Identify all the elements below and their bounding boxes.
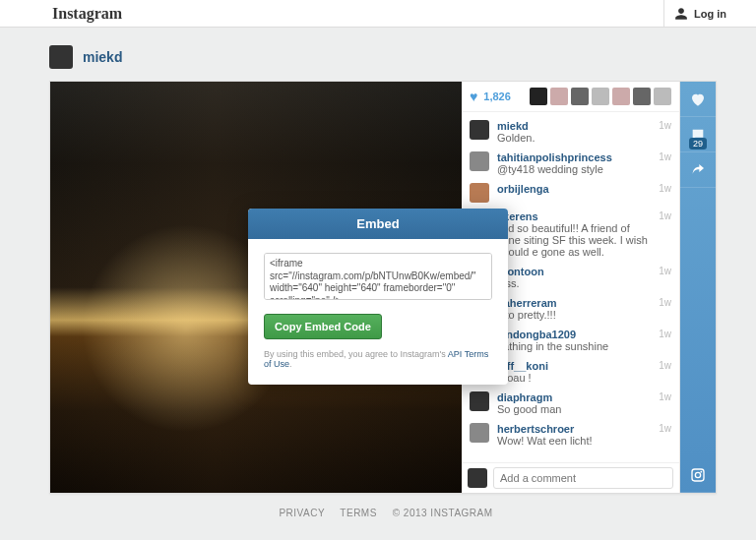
comment-body: So good man [497, 403, 653, 415]
action-rail: 29 [680, 82, 716, 493]
commenter-username[interactable]: miekd [497, 120, 529, 132]
embed-legal-text: By using this embed, you agree to Instag… [264, 349, 492, 369]
comment-body: @d so beautiful!! A friend of mine sitin… [497, 222, 653, 258]
comment-body: Wow! Wat een licht! [497, 435, 653, 447]
commenter-username[interactable]: herbertschroer [497, 423, 574, 435]
add-comment-row [462, 462, 679, 493]
comment-body: less. [497, 277, 653, 289]
svg-point-1 [695, 472, 700, 477]
comment-body: Golden. [497, 132, 653, 144]
comment-body: bathing in the sunshine [497, 340, 653, 352]
instagram-icon [690, 467, 706, 483]
self-avatar [468, 468, 487, 488]
embed-modal-title: Embed [248, 209, 508, 239]
share-button[interactable] [680, 152, 716, 188]
commenter-avatar[interactable] [470, 120, 489, 140]
liker-avatar[interactable] [654, 88, 671, 105]
svg-point-2 [700, 470, 702, 472]
user-icon [674, 7, 688, 21]
login-button[interactable]: Log in [663, 0, 736, 27]
liker-avatar[interactable] [571, 88, 589, 105]
like-count[interactable]: 1,826 [483, 90, 511, 102]
instagram-link-button[interactable] [680, 457, 716, 493]
commenter-avatar[interactable] [470, 423, 489, 443]
like-button[interactable] [680, 82, 716, 117]
comment-time: 1w [659, 266, 671, 289]
liker-avatar[interactable] [612, 88, 630, 105]
comment-time: 1w [659, 391, 671, 415]
author-avatar[interactable] [49, 45, 73, 69]
comment-time: 1w [659, 360, 671, 384]
comment-time: 1w [659, 423, 671, 447]
heart-icon [689, 90, 707, 108]
commenter-username[interactable]: diaphragm [497, 391, 552, 403]
comment-button[interactable]: 29 [680, 117, 716, 152]
comment-time: 1w [659, 120, 671, 144]
liker-avatar[interactable] [592, 88, 609, 105]
comment-row: diaphragmSo good man1w [462, 388, 679, 419]
commenter-avatar[interactable] [470, 183, 489, 203]
commenter-username[interactable]: xindongba1209 [497, 329, 576, 340]
comment-time: 1w [659, 183, 671, 203]
add-comment-input[interactable] [493, 467, 673, 489]
comment-body: s to pretty.!!! [497, 309, 653, 321]
commenter-username[interactable]: tahitianpolishprincess [497, 151, 612, 163]
brand-logo[interactable]: Instagram [52, 5, 122, 23]
login-label: Log in [694, 8, 726, 20]
comment-row: orbijlenga1w [462, 179, 679, 207]
heart-icon: ♥ [470, 89, 477, 104]
comment-row: herbertschroerWow! Wat een licht!1w [462, 419, 679, 450]
post-author-row: miekd [49, 45, 717, 69]
author-username[interactable]: miekd [83, 49, 122, 65]
liker-avatar[interactable] [633, 88, 651, 105]
comment-time: 1w [659, 297, 671, 321]
likes-row: ♥ 1,826 [462, 82, 679, 112]
comment-time: 1w [659, 210, 671, 258]
comment-time: 1w [659, 329, 671, 352]
commenter-avatar[interactable] [470, 391, 489, 411]
copy-embed-button[interactable]: Copy Embed Code [264, 314, 382, 339]
share-icon [690, 162, 706, 178]
comment-body: @ty418 wedding style [497, 163, 653, 175]
footer-privacy-link[interactable]: PRIVACY [279, 508, 325, 518]
commenter-username[interactable]: orbijlenga [497, 183, 549, 195]
footer-terms-link[interactable]: TERMS [340, 508, 377, 518]
commenter-avatar[interactable] [470, 151, 489, 171]
comment-time: 1w [659, 151, 671, 175]
comment-row: miekdGolden.1w [462, 116, 679, 148]
embed-modal: Embed <iframe src="//instagram.com/p/bNT… [248, 209, 508, 385]
top-bar: Instagram Log in [0, 0, 756, 28]
embed-code-textarea[interactable]: <iframe src="//instagram.com/p/bNTUnwB0K… [264, 253, 492, 300]
comment-count-badge: 29 [689, 138, 707, 150]
comment-body: Woau ! [497, 372, 653, 384]
page-footer: PRIVACY TERMS © 2013 INSTAGRAM [49, 508, 717, 518]
comment-row: tahitianpolishprincess@ty418 wedding sty… [462, 148, 679, 179]
footer-copyright: © 2013 INSTAGRAM [393, 508, 493, 518]
liker-avatars [527, 88, 671, 105]
liker-avatar[interactable] [550, 88, 568, 105]
svg-rect-0 [692, 469, 704, 481]
liker-avatar[interactable] [530, 88, 547, 105]
